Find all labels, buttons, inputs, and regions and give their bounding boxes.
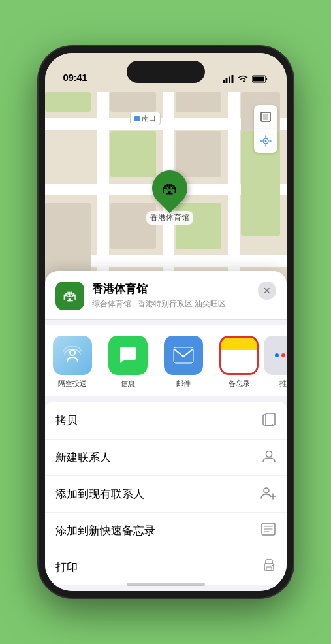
svg-rect-0	[223, 80, 225, 83]
status-time: 09:41	[63, 72, 87, 83]
signal-icon	[223, 75, 234, 83]
dynamic-island	[127, 61, 205, 83]
map-south-entrance-label: 南口	[130, 112, 161, 125]
action-quick-note[interactable]: 添加到新快速备忘录	[45, 513, 287, 549]
wifi-icon	[238, 75, 248, 83]
copy-label: 拷贝	[55, 413, 78, 428]
bottom-sheet: 🏟 香港体育馆 综合体育馆 · 香港特别行政区 油尖旺区 ✕ 隔空投送	[45, 271, 287, 591]
more-icon-wrap	[264, 336, 287, 375]
svg-rect-3	[231, 75, 233, 83]
share-airdrop[interactable]: 隔空投送	[45, 336, 101, 389]
share-notes[interactable]: 备忘录	[212, 336, 267, 389]
notes-icon-wrap	[219, 336, 259, 375]
phone-frame: 09:41	[39, 46, 293, 598]
home-indicator	[127, 583, 205, 586]
share-mail[interactable]: 邮件	[156, 336, 212, 389]
svg-point-24	[272, 565, 273, 566]
more-label: 推	[279, 379, 287, 389]
action-list: 拷贝 新建联系人 添加到现有联系人	[45, 402, 287, 585]
quick-note-label: 添加到新快速备忘录	[55, 523, 155, 538]
marker-pin: 🏟	[144, 163, 194, 213]
map-controls	[254, 105, 277, 153]
map-layers-button[interactable]	[254, 105, 277, 129]
airdrop-label: 隔空投送	[58, 379, 87, 389]
share-more[interactable]: 推	[267, 336, 287, 389]
place-header: 🏟 香港体育馆 综合体育馆 · 香港特别行政区 油尖旺区 ✕	[45, 271, 287, 320]
close-button[interactable]: ✕	[258, 282, 276, 300]
svg-point-9	[264, 140, 266, 142]
svg-rect-11	[174, 347, 193, 363]
svg-rect-7	[263, 114, 268, 120]
add-contact-icon	[260, 485, 276, 503]
quick-note-icon	[260, 522, 276, 539]
svg-point-13	[266, 451, 272, 457]
svg-rect-2	[229, 77, 230, 84]
print-icon	[262, 558, 276, 576]
new-contact-icon	[262, 449, 276, 466]
messages-label: 信息	[121, 379, 135, 389]
location-button[interactable]	[254, 129, 277, 153]
place-name: 香港体育馆	[92, 282, 250, 297]
action-print[interactable]: 打印	[45, 549, 287, 585]
mail-icon-wrap	[164, 336, 203, 375]
svg-point-14	[264, 488, 269, 493]
action-new-contact[interactable]: 新建联系人	[45, 440, 287, 476]
place-subtitle: 综合体育馆 · 香港特别行政区 油尖旺区	[92, 298, 250, 310]
battery-icon	[252, 75, 268, 83]
status-icons	[223, 75, 268, 83]
new-contact-label: 新建联系人	[55, 450, 111, 465]
messages-icon-wrap	[108, 336, 148, 375]
share-row: 隔空投送 信息 邮件	[45, 325, 287, 396]
copy-icon	[262, 411, 276, 430]
airdrop-icon-wrap	[53, 336, 92, 375]
location-marker: 🏟 香港体育馆	[146, 170, 193, 225]
svg-point-10	[70, 350, 75, 355]
notes-label: 备忘录	[229, 379, 250, 389]
svg-rect-5	[253, 77, 264, 82]
share-messages[interactable]: 信息	[101, 336, 156, 389]
print-label: 打印	[55, 560, 78, 575]
svg-rect-12	[266, 413, 275, 425]
action-add-contact[interactable]: 添加到现有联系人	[45, 476, 287, 513]
svg-rect-1	[225, 78, 227, 83]
place-info: 香港体育馆 综合体育馆 · 香港特别行政区 油尖旺区	[92, 282, 250, 310]
action-copy[interactable]: 拷贝	[45, 402, 287, 440]
marker-pin-icon: 🏟	[162, 179, 178, 197]
add-contact-label: 添加到现有联系人	[55, 487, 144, 502]
place-icon: 🏟	[55, 282, 84, 310]
mail-label: 邮件	[176, 379, 191, 389]
